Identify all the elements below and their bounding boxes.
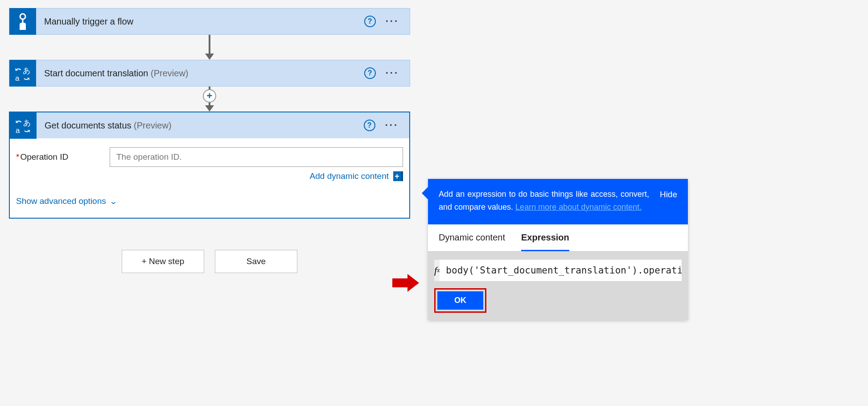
get-status-title: Get documents status (Preview) — [37, 120, 364, 131]
callout-arrow — [392, 274, 419, 292]
operation-id-input[interactable] — [110, 147, 403, 167]
operation-id-label: *Operation ID — [16, 152, 101, 162]
get-status-step[interactable]: ⤺ あ a ⤻ Get documents status (Preview) ?… — [9, 112, 410, 138]
translate-icon: ⤺ あ a ⤻ — [10, 112, 37, 139]
step-body: *Operation ID Add dynamic content + Show… — [9, 138, 410, 219]
connector-with-add: + — [9, 87, 410, 112]
svg-point-0 — [20, 14, 25, 19]
ok-button-highlight: OK — [434, 288, 486, 313]
trigger-step-title: Manually trigger a flow — [36, 17, 364, 27]
start-translation-title: Start document translation (Preview) — [36, 68, 364, 79]
hide-popover-link[interactable]: Hide — [660, 188, 677, 201]
more-icon[interactable]: ··· — [386, 67, 399, 79]
help-icon[interactable]: ? — [364, 120, 375, 131]
svg-text:⤻: ⤻ — [24, 75, 29, 82]
help-icon[interactable]: ? — [364, 16, 376, 27]
save-button[interactable]: Save — [215, 250, 297, 273]
add-dynamic-content-badge[interactable]: + — [393, 171, 403, 181]
expression-input[interactable]: fx body('Start_document_translation').op… — [434, 260, 682, 281]
svg-text:あ: あ — [23, 66, 30, 75]
trigger-step[interactable]: Manually trigger a flow ? ··· — [9, 8, 410, 35]
dynamic-content-popover: Add an expression to do basic things lik… — [428, 179, 688, 320]
tab-dynamic-content[interactable]: Dynamic content — [439, 224, 505, 251]
more-icon[interactable]: ··· — [386, 16, 399, 27]
new-step-button[interactable]: + New step — [122, 250, 204, 273]
fx-icon: fx — [434, 260, 440, 281]
more-icon[interactable]: ··· — [385, 120, 399, 131]
trigger-icon — [9, 8, 36, 35]
add-dynamic-content-link[interactable]: Add dynamic content — [310, 171, 389, 181]
svg-text:a: a — [15, 74, 20, 82]
learn-more-link[interactable]: Learn more about dynamic content. — [515, 203, 642, 211]
translate-icon: ⤺ あ a ⤻ — [9, 60, 36, 87]
popover-tabs: Dynamic content Expression — [428, 224, 688, 252]
svg-text:⤺: ⤺ — [15, 66, 21, 73]
svg-text:⤺: ⤺ — [16, 118, 22, 125]
start-translation-step[interactable]: ⤺ あ a ⤻ Start document translation (Prev… — [9, 60, 410, 87]
svg-text:a: a — [16, 126, 20, 134]
help-icon[interactable]: ? — [364, 67, 376, 79]
expression-text: body('Start_document_translation').opera… — [440, 265, 682, 276]
svg-text:あ: あ — [23, 119, 31, 127]
popover-description: Add an expression to do basic things lik… — [439, 188, 649, 214]
add-between-button[interactable]: + — [203, 89, 216, 103]
connector — [9, 35, 410, 60]
show-advanced-link[interactable]: Show advanced options ⌄ — [16, 196, 403, 206]
chevron-down-icon: ⌄ — [109, 197, 117, 206]
ok-button[interactable]: OK — [437, 291, 483, 310]
svg-text:⤻: ⤻ — [24, 127, 30, 134]
tab-expression[interactable]: Expression — [521, 224, 569, 251]
popover-caret — [422, 187, 428, 199]
